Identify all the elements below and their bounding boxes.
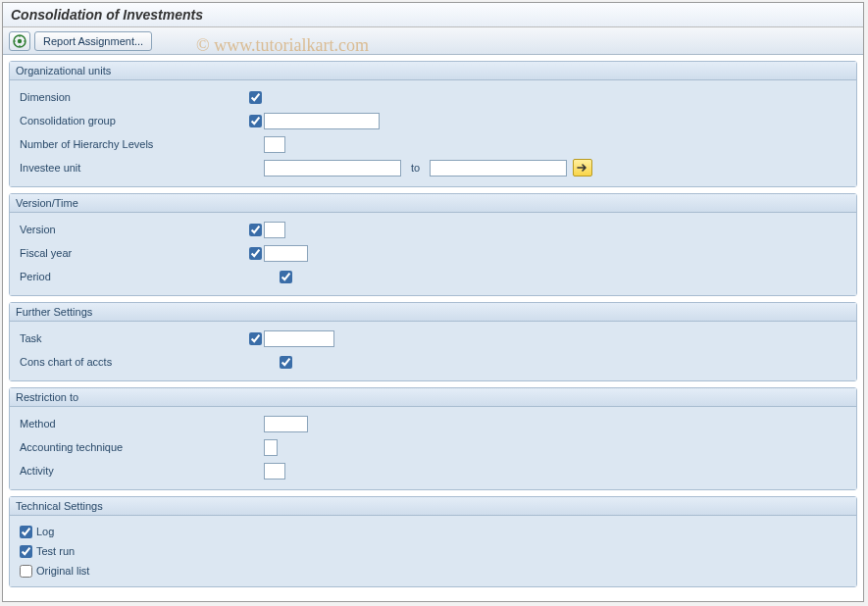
row-acct-tech: Accounting technique — [16, 436, 850, 458]
group-header-version-time: Version/Time — [10, 194, 856, 213]
toolbar: Report Assignment... — [3, 27, 863, 55]
test-run-checkbox[interactable] — [20, 545, 32, 558]
label-fiscal-year: Fiscal year — [16, 247, 246, 259]
label-investee: Investee unit — [16, 162, 246, 174]
acct-tech-input[interactable] — [264, 439, 278, 456]
multiple-selection-button[interactable] — [573, 159, 592, 177]
orig-list-checkbox[interactable] — [20, 565, 32, 578]
execute-button[interactable] — [9, 31, 30, 51]
num-levels-input[interactable] — [264, 136, 285, 153]
report-assignment-button[interactable]: Report Assignment... — [34, 31, 152, 51]
label-version: Version — [16, 224, 246, 235]
cons-group-checkbox[interactable] — [249, 115, 262, 127]
row-dimension: Dimension — [16, 86, 850, 108]
row-log[interactable]: Log — [16, 522, 850, 541]
log-checkbox[interactable] — [20, 526, 32, 538]
group-technical: Technical Settings Log Test run Original… — [9, 496, 857, 587]
dimension-checkbox[interactable] — [249, 91, 262, 104]
group-header-technical: Technical Settings — [10, 497, 856, 516]
row-method: Method — [16, 413, 850, 434]
label-orig-list: Original list — [36, 565, 89, 577]
label-cons-chart: Cons chart of accts — [16, 356, 246, 368]
activity-input[interactable] — [264, 463, 285, 480]
content-area: Organizational units Dimension Consolida… — [3, 55, 863, 597]
group-restriction: Restriction to Method Accounting techniq… — [9, 387, 857, 490]
row-task: Task — [16, 328, 850, 349]
label-period: Period — [16, 271, 246, 282]
label-acct-tech: Accounting technique — [16, 441, 246, 453]
row-version: Version — [16, 219, 850, 240]
page-title: Consolidation of Investments — [3, 3, 863, 27]
arrow-right-icon — [577, 163, 588, 173]
label-dimension: Dimension — [16, 91, 246, 103]
svg-point-1 — [18, 38, 22, 42]
fiscal-year-checkbox[interactable] — [249, 247, 262, 260]
label-method: Method — [16, 418, 246, 429]
task-input[interactable] — [264, 330, 334, 347]
label-task: Task — [16, 332, 246, 344]
label-num-levels: Number of Hierarchy Levels — [16, 138, 246, 150]
row-cons-group: Consolidation group — [16, 110, 850, 131]
investee-from-input[interactable] — [264, 160, 401, 177]
investee-to-input[interactable] — [430, 160, 567, 177]
group-organizational-units: Organizational units Dimension Consolida… — [9, 61, 857, 187]
row-cons-chart: Cons chart of accts — [16, 351, 850, 373]
row-investee: Investee unit to — [16, 157, 850, 178]
row-activity: Activity — [16, 460, 850, 481]
row-test-run[interactable]: Test run — [16, 541, 850, 561]
method-input[interactable] — [264, 416, 308, 432]
label-log: Log — [36, 526, 54, 537]
group-header-further: Further Settings — [10, 303, 856, 322]
cons-chart-checkbox[interactable] — [280, 356, 292, 369]
execute-icon — [13, 34, 26, 48]
row-period: Period — [16, 266, 850, 287]
task-checkbox[interactable] — [249, 332, 262, 345]
row-orig-list[interactable]: Original list — [16, 561, 850, 581]
app-window: Consolidation of Investments Report Assi… — [2, 2, 864, 602]
fiscal-year-input[interactable] — [264, 245, 308, 262]
label-to: to — [407, 162, 424, 174]
group-header-org: Organizational units — [10, 62, 856, 80]
cons-group-input[interactable] — [264, 113, 380, 129]
group-version-time: Version/Time Version Fiscal year Period — [9, 193, 857, 296]
version-input[interactable] — [264, 222, 285, 238]
label-activity: Activity — [16, 465, 246, 477]
label-test-run: Test run — [36, 545, 75, 557]
group-header-restriction: Restriction to — [10, 388, 856, 407]
period-checkbox[interactable] — [280, 271, 292, 283]
group-further-settings: Further Settings Task Cons chart of acct… — [9, 302, 857, 381]
version-checkbox[interactable] — [249, 224, 262, 236]
row-fiscal-year: Fiscal year — [16, 242, 850, 264]
label-cons-group: Consolidation group — [16, 115, 246, 126]
row-num-levels: Number of Hierarchy Levels — [16, 133, 850, 155]
